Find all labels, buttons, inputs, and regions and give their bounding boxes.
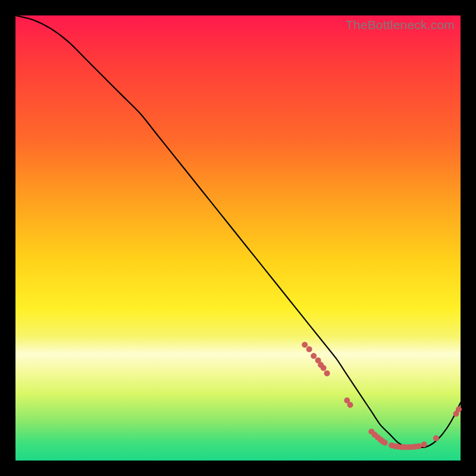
- data-point: [433, 436, 439, 441]
- bottleneck-curve: [15, 15, 461, 447]
- data-point: [347, 402, 353, 408]
- data-point: [416, 443, 422, 449]
- chart-stage: TheBottleneck.com: [0, 0, 476, 476]
- data-point: [306, 346, 312, 352]
- data-point: [302, 342, 308, 348]
- data-point: [324, 370, 330, 376]
- data-points-group: [302, 342, 462, 450]
- data-point: [382, 440, 388, 446]
- data-point: [311, 353, 317, 359]
- data-point: [421, 441, 427, 447]
- chart-svg: [15, 15, 461, 461]
- plot-area: TheBottleneck.com: [15, 15, 461, 461]
- data-point: [321, 365, 327, 371]
- data-point: [456, 406, 462, 412]
